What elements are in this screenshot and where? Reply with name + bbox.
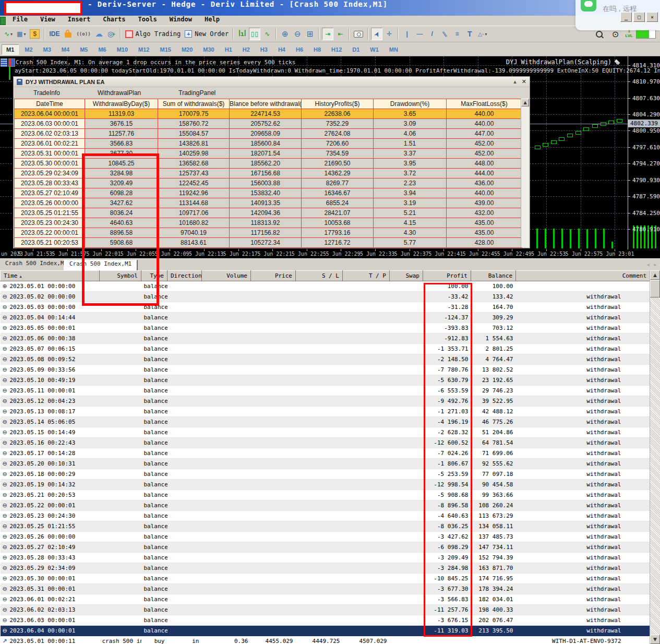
- table-row[interactable]: ⊖2023.05.06 00:00:38balance-912.831 554.…: [1, 333, 650, 344]
- menu-charts[interactable]: Charts: [97, 16, 131, 23]
- ea-panel-titlebar[interactable]: DYJ WITHDRAWAL PLAN EA ▴ ✕: [14, 77, 530, 87]
- hist-col-time[interactable]: Time▲: [1, 271, 100, 281]
- tile-windows-icon[interactable]: ⊞: [304, 28, 316, 40]
- zoom-in-icon[interactable]: ⊕: [279, 28, 291, 40]
- table-row[interactable]: ⊖2023.05.11 00:00:01balance-6 553.5929 7…: [1, 386, 650, 396]
- ea-table-row[interactable]: 2023.05.27 02:10:496098.28119242.9615383…: [15, 188, 522, 198]
- auto-scroll-icon[interactable]: ⇥: [322, 28, 333, 40]
- timeframe-H12[interactable]: H12: [327, 44, 346, 55]
- chart-tab-0[interactable]: Crash 500 Index,M1: [0, 260, 73, 270]
- table-row[interactable]: ⊖2023.05.03 00:00:00balance-31.28164.70w…: [1, 302, 650, 313]
- ea-table-row[interactable]: 2023.05.23 00:24:304640.63101680.8211831…: [15, 218, 522, 228]
- hist-col-comment[interactable]: Comment: [516, 271, 650, 281]
- ea-table-row[interactable]: 2023.06.01 00:02:213566.83143826.8118560…: [15, 139, 522, 149]
- new-order-button[interactable]: +New Order: [183, 28, 230, 40]
- timeframe-D1[interactable]: D1: [347, 44, 364, 55]
- experts-book-icon[interactable]: [8, 58, 15, 67]
- timeframe-M6[interactable]: M6: [93, 44, 111, 55]
- timeframe-M1[interactable]: M1: [2, 44, 19, 55]
- timeframe-M15[interactable]: M15: [155, 44, 176, 55]
- menu-insert[interactable]: Insert: [62, 16, 97, 23]
- timeframe-H6[interactable]: H6: [291, 44, 308, 55]
- timeframe-M20[interactable]: M20: [177, 44, 197, 55]
- menu-file[interactable]: File: [6, 16, 34, 23]
- timeframe-M12[interactable]: M12: [134, 44, 154, 55]
- timeframe-M3[interactable]: M3: [39, 44, 56, 55]
- screenshot-icon[interactable]: [352, 28, 365, 40]
- table-row[interactable]: ⊖2023.05.17 00:14:28balance-7 024.2671 6…: [1, 448, 650, 459]
- table-row[interactable]: ⊖2023.05.28 00:33:43balance-3 209.49152 …: [1, 553, 650, 563]
- table-row[interactable]: ⊖2023.05.20 00:10:31balance-1 806.6792 5…: [1, 459, 650, 469]
- table-row[interactable]: ⊖2023.05.23 00:24:30balance-4 640.63113 …: [1, 511, 650, 521]
- menu-window[interactable]: Window: [163, 16, 198, 23]
- chart-window-icon[interactable]: ▦▾: [15, 28, 27, 40]
- market-bag-icon[interactable]: [62, 28, 74, 40]
- table-row[interactable]: ↗2023.05.01 00:00:11crash 500 indexbuyin…: [1, 636, 650, 644]
- menu-view[interactable]: View: [34, 16, 62, 23]
- hist-col-profit[interactable]: Profit: [423, 271, 471, 281]
- timeframe-M2[interactable]: M2: [20, 44, 37, 55]
- table-row[interactable]: ⊖2023.05.13 00:08:17balance-1 271.0342 4…: [1, 407, 650, 417]
- table-row[interactable]: ⊖2023.05.12 00:04:23balance-9 492.7639 5…: [1, 396, 650, 407]
- menu-tools[interactable]: Tools: [132, 16, 163, 23]
- line-chart-icon[interactable]: ∿: [261, 28, 273, 40]
- tab-nav-arrows[interactable]: ◂ ▸: [647, 262, 658, 267]
- chart-area[interactable]: 4814.3104810.9704807.6304804.2904800.950…: [0, 56, 660, 249]
- ea-table-row[interactable]: 2023.05.29 02:34:093284.98125737.4316715…: [15, 169, 522, 178]
- scroll-up-icon[interactable]: ▲: [650, 270, 660, 280]
- ea-table-row[interactable]: 2023.05.30 00:00:0110845.25136582.681855…: [15, 159, 522, 169]
- channel-icon[interactable]: ∥: [439, 28, 450, 40]
- hist-col-sl[interactable]: S / L: [296, 271, 343, 281]
- chart-tab-1[interactable]: Crash 500 Index,M1: [64, 260, 137, 271]
- cloud-icon[interactable]: ☁: [93, 28, 105, 40]
- timeframe-H3[interactable]: H3: [256, 44, 272, 55]
- hist-col-tp[interactable]: T / P: [343, 271, 390, 281]
- text-tool-icon[interactable]: T: [464, 28, 475, 40]
- hist-col-balance[interactable]: Balance: [471, 271, 516, 281]
- horizontal-line-icon[interactable]: —: [414, 28, 425, 40]
- ea-table-row[interactable]: 2023.06.03 00:00:013676.15158760.7220575…: [15, 119, 522, 129]
- table-row[interactable]: ⊖2023.05.08 00:09:52balance-2 148.504 76…: [1, 354, 650, 365]
- chart-shift-icon[interactable]: ⇤: [334, 28, 346, 40]
- notification-popup[interactable]: 在吗，远程 _ □ ✕: [575, 0, 660, 30]
- timeframe-M10[interactable]: M10: [112, 44, 133, 55]
- ea-panel-window[interactable]: DYJ WITHDRAWAL PLAN EA ▴ ✕ TradeInfoWith…: [13, 76, 530, 248]
- table-row[interactable]: ⊖2023.05.29 02:34:09balance-3 284.98163 …: [1, 563, 650, 574]
- zoom-out-icon[interactable]: ⊖: [292, 28, 303, 40]
- timeframe-H1[interactable]: H1: [220, 44, 237, 55]
- timeframe-M5[interactable]: M5: [75, 44, 92, 55]
- table-row[interactable]: ⊖2023.05.09 00:33:56balance-7 780.7613 8…: [1, 365, 650, 375]
- vertical-line-icon[interactable]: |: [401, 28, 413, 40]
- hist-col-symbol[interactable]: Symbol: [100, 271, 141, 281]
- menu-help[interactable]: Help: [198, 16, 226, 23]
- ea-table-row[interactable]: 2023.05.31 00:00:013677.30140259.9818207…: [15, 149, 522, 159]
- time-axis[interactable]: un 20235 Jun 21:535 Jun 21:575 Jun 22:01…: [0, 249, 660, 258]
- table-row[interactable]: ⊖2023.05.15 00:14:49balance-2 628.3251 2…: [1, 427, 650, 438]
- ea-table-row[interactable]: 2023.05.28 00:33:433209.49122452.4515600…: [15, 178, 522, 188]
- table-row[interactable]: ⊖2023.05.14 05:06:05balance-4 196.1946 7…: [1, 417, 650, 427]
- ea-table-row[interactable]: 2023.05.26 00:00:003427.62113144.6814091…: [15, 198, 522, 208]
- ea-table-row[interactable]: 2023.06.02 02:03:1311257.76155084.572096…: [15, 129, 522, 139]
- shapes-icon[interactable]: △▫▾: [476, 28, 488, 40]
- table-row[interactable]: ⊖2023.05.18 00:00:29balance-5 253.5977 0…: [1, 469, 650, 480]
- scrollbar-thumb[interactable]: [650, 280, 660, 297]
- table-row[interactable]: ⊖2023.06.01 00:02:21balance-3 566.83182 …: [1, 594, 650, 605]
- vps-globe-icon[interactable]: ◎+: [106, 28, 117, 40]
- table-row[interactable]: ⊖2023.05.27 02:10:49balance-6 098.29147 …: [1, 542, 650, 553]
- trendline-icon[interactable]: /: [426, 28, 438, 40]
- hist-col-type[interactable]: Type: [141, 271, 167, 281]
- ea-table-row[interactable]: 2023.05.25 01:21:558036.24109717.0614209…: [15, 208, 522, 218]
- candlestick-chart-icon[interactable]: ▯▯: [249, 28, 260, 40]
- table-row[interactable]: ⊖2023.05.16 00:22:43balance-12 600.5264 …: [1, 438, 650, 448]
- table-row[interactable]: ⊖2023.05.02 00:00:00balance-33.42133.42w…: [1, 292, 650, 302]
- table-row[interactable]: ⊖2023.06.02 02:03:13balance-11 257.76198…: [1, 605, 650, 615]
- popup-close-button[interactable]: ✕: [646, 12, 658, 22]
- ea-tab-withdrawalplan[interactable]: WithdrawalPlan: [98, 89, 141, 97]
- scroll-down-icon[interactable]: ▼: [650, 635, 660, 644]
- timeframe-H2[interactable]: H2: [238, 44, 255, 55]
- ea-table-row[interactable]: 2023.06.04 00:00:0111319.03170079.752247…: [15, 109, 522, 119]
- bar-chart-icon[interactable]: ꟾıꟾ: [236, 28, 248, 40]
- hist-col-direction[interactable]: Direction: [167, 271, 202, 281]
- table-row[interactable]: ⊕2023.05.01 00:00:00balance100.00100.00: [1, 281, 650, 292]
- table-row[interactable]: ⊖2023.06.04 00:00:01balance-11 319.03213…: [1, 626, 650, 636]
